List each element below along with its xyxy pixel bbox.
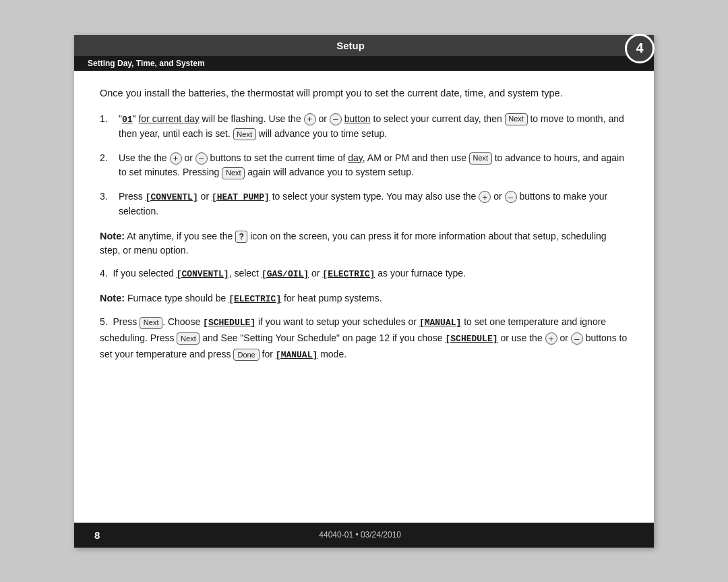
header: Setup 4 Setting Day, Time, and System — [74, 35, 654, 71]
note-block-1: Note: At anytime, if you see the ? icon … — [100, 229, 628, 258]
minus-button-1[interactable]: – — [330, 113, 342, 125]
manual-label-1: [MANUAL] — [419, 318, 461, 328]
intro-paragraph: Once you install the batteries, the ther… — [100, 86, 628, 101]
list-item-5: 5. Press Next. Choose [SCHEDULE] if you … — [100, 314, 628, 362]
list-item-4: 4. If you selected [CONVENTL], select [G… — [100, 266, 628, 281]
list-content-2: Use the the + or – buttons to set the cu… — [119, 151, 628, 180]
electric-label-1: [ELECTRIC] — [322, 269, 375, 279]
next-button-2[interactable]: Next — [233, 128, 256, 140]
minus-button-2[interactable]: – — [195, 152, 208, 165]
header-subtitle: Setting Day, Time, and System — [88, 59, 205, 68]
next-button-5[interactable]: Next — [140, 317, 162, 329]
plus-button-1[interactable]: + — [304, 113, 316, 125]
bottom-bar: 8 44040-01 • 03/24/2010 — [74, 523, 654, 548]
instruction-list: 1. "01" for current day will be flashing… — [100, 112, 628, 219]
day-indicator: 01 — [122, 115, 133, 125]
header-title-bar: Setup 4 — [74, 35, 654, 56]
note-block-2: Note: Furnace type should be [ELECTRIC] … — [100, 291, 628, 306]
list-item-3: 3. Press [CONVENTL] or [HEAT PUMP] to se… — [100, 190, 628, 219]
footer-doc-ref: 44040-01 • 03/24/2010 — [107, 530, 613, 540]
page: Setup 4 Setting Day, Time, and System On… — [74, 35, 654, 548]
header-title: Setup — [336, 40, 365, 51]
list-num-1: 1. — [100, 112, 115, 127]
plus-button-4[interactable]: + — [545, 332, 557, 345]
minus-button-4[interactable]: – — [571, 332, 583, 345]
plus-button-3[interactable]: + — [479, 191, 491, 203]
next-button-3[interactable]: Next — [469, 152, 492, 165]
electric-label-2: [ELECTRIC] — [229, 294, 281, 304]
question-icon: ? — [235, 231, 247, 243]
next-button-1[interactable]: Next — [505, 113, 528, 125]
conventl-label-1: [CONVENTL] — [146, 192, 198, 202]
list-content-3: Press [CONVENTL] or [HEAT PUMP] to selec… — [119, 190, 628, 219]
content-area: Once you install the batteries, the ther… — [74, 71, 654, 386]
list-num-3: 3. — [100, 190, 115, 204]
next-button-4[interactable]: Next — [222, 167, 245, 179]
page-number: 8 — [88, 527, 107, 544]
list-num-2: 2. — [100, 151, 115, 166]
schedule-label-2: [SCHEDULE] — [446, 334, 498, 344]
list-content-1: "01" for current day will be flashing. U… — [119, 112, 628, 142]
header-subtitle-bar: Setting Day, Time, and System — [74, 56, 654, 71]
done-button[interactable]: Done — [233, 349, 259, 361]
list-item-1: 1. "01" for current day will be flashing… — [100, 112, 628, 142]
list-item-2: 2. Use the the + or – buttons to set the… — [100, 151, 628, 180]
gas-oil-label: [GAS/OIL] — [262, 269, 309, 279]
section-number-badge: 4 — [625, 34, 655, 63]
heat-pump-label-1: [HEAT PUMP] — [212, 192, 270, 202]
next-button-6[interactable]: Next — [177, 332, 200, 345]
minus-button-3[interactable]: – — [505, 191, 517, 203]
conventl-label-2: [CONVENTL] — [177, 269, 229, 279]
plus-button-2[interactable]: + — [170, 152, 182, 165]
note-label-2: Note: — [100, 293, 125, 303]
schedule-label: [SCHEDULE] — [203, 318, 255, 328]
manual-label-2: [MANUAL] — [276, 350, 317, 360]
note-label-1: Note: — [100, 231, 125, 241]
